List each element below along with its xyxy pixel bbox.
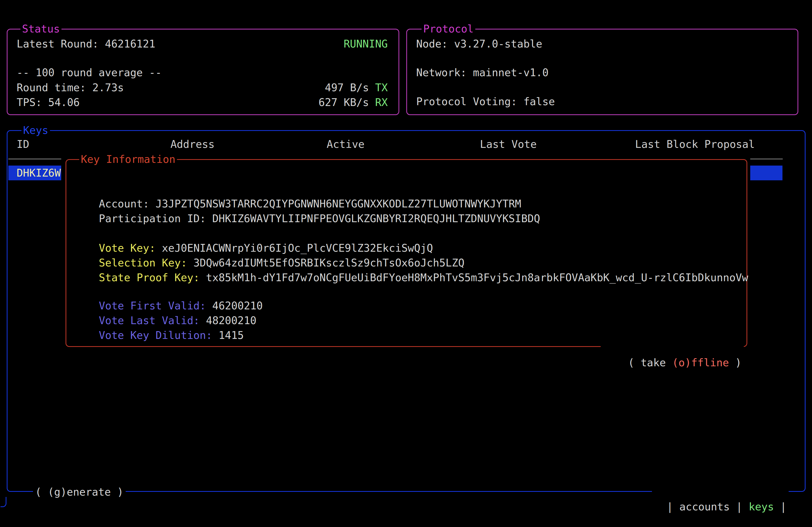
tps-text: TPS: 54.06: [17, 95, 80, 110]
take-offline-hotkey: (o)ffline: [672, 357, 729, 369]
rx-rate: 627 KB/sRX: [318, 95, 388, 110]
take-offline-button[interactable]: ( take (o)ffline ): [601, 341, 744, 355]
state-proof-key-value: tx85kM1h-dY1Fd7w7oNCgFUeUiBdFYoeH8MxPhTv…: [206, 272, 748, 284]
table-row-selected-right[interactable]: [750, 166, 782, 180]
node-running-state: RUNNING: [344, 36, 388, 51]
rx-rate-label: RX: [375, 96, 388, 108]
view-tabs: | accounts | keys |: [652, 485, 789, 499]
column-header-id: ID: [17, 137, 29, 152]
status-panel: Status Latest Round: 46216121 RUNNING --…: [7, 29, 399, 115]
generate-button[interactable]: ( (g)enerate ): [33, 485, 126, 499]
take-offline-prefix: ( take: [628, 357, 672, 369]
protocol-panel-title: Protocol: [422, 22, 475, 36]
status-panel-title: Status: [20, 22, 61, 36]
keys-panel-title: Keys: [21, 123, 50, 137]
round-average-header: -- 100 round average --: [17, 65, 162, 80]
column-header-address: Address: [171, 137, 215, 152]
tabs-suffix: |: [774, 501, 786, 513]
protocol-panel: Protocol Node: v3.27.0-stable Network: m…: [406, 29, 798, 115]
tx-rate: 497 B/sTX: [325, 80, 388, 95]
column-header-last-vote: Last Vote: [480, 137, 536, 152]
table-row-id-cell[interactable]: DHKIZ6W: [17, 166, 61, 180]
node-version-text: Node: v3.27.0-stable: [416, 36, 542, 51]
participation-id-value: DHKIZ6WAVTYLIIPNFPEOVGLKZGNBYRI2RQEQJHLT…: [213, 212, 540, 225]
tx-rate-label: TX: [375, 81, 388, 94]
tx-rate-value: 497 B/s: [325, 81, 369, 94]
network-text: Network: mainnet-v1.0: [416, 65, 549, 80]
tab-keys[interactable]: keys: [749, 501, 774, 513]
state-proof-key-label: State Proof Key:: [99, 272, 206, 284]
key-information-title: Key Information: [79, 152, 177, 166]
vote-key-dilution-label: Vote Key Dilution:: [99, 329, 219, 341]
column-header-active: Active: [327, 137, 365, 152]
participation-id-label: Participation ID:: [99, 212, 213, 225]
header-separator-left: [8, 159, 61, 160]
rx-rate-value: 627 KB/s: [318, 96, 369, 108]
round-time-text: Round time: 2.73s: [17, 80, 124, 95]
header-separator-right: [750, 159, 783, 160]
protocol-voting-text: Protocol Voting: false: [416, 94, 555, 109]
vote-key-dilution-value: 1415: [219, 329, 244, 341]
key-information-dialog: Key Information Account: J3JPZTQ5NSW3TAR…: [66, 159, 747, 347]
take-offline-suffix: ): [729, 357, 742, 369]
column-header-last-block-proposal: Last Block Proposal: [635, 137, 755, 152]
border-artifact: [1, 497, 6, 507]
tab-accounts[interactable]: | accounts |: [667, 501, 749, 513]
latest-round-text: Latest Round: 46216121: [17, 36, 156, 51]
